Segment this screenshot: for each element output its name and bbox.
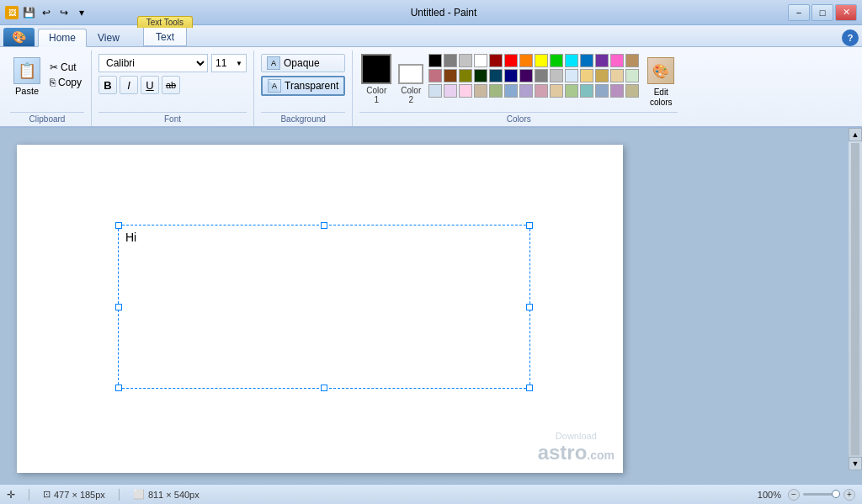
swatch-navy[interactable] <box>504 69 518 82</box>
swatch-brown2[interactable] <box>444 69 457 82</box>
swatch-tan[interactable] <box>625 54 639 67</box>
zoom-thumb[interactable] <box>832 490 840 498</box>
font-size-arrow[interactable]: ▼ <box>236 60 242 67</box>
swatch-white[interactable] <box>474 54 487 67</box>
swatch-mgray[interactable] <box>535 69 548 82</box>
canvas-background[interactable]: Hi Download astro.com <box>0 128 849 484</box>
swatch-gold[interactable] <box>595 69 609 82</box>
font-size-control: 11 ▼ <box>211 54 247 72</box>
swatch-dgreen[interactable] <box>474 69 487 82</box>
swatch-dpurple[interactable] <box>519 69 533 82</box>
handle-tr[interactable] <box>526 222 533 229</box>
scroll-up-btn[interactable]: ▲ <box>849 128 862 141</box>
swatch-orange[interactable] <box>519 54 533 67</box>
text-content[interactable]: Hi <box>119 225 529 249</box>
scroll-thumb-v[interactable] <box>851 143 859 455</box>
restore-btn[interactable]: □ <box>811 4 833 21</box>
zoom-in-btn[interactable]: + <box>843 489 855 501</box>
close-btn[interactable]: ✕ <box>835 4 857 21</box>
swatch-mauve[interactable] <box>535 84 548 98</box>
canvas-size-label: 811 × 540px <box>148 490 200 500</box>
clipboard-label: Clipboard <box>10 112 84 126</box>
swatch-sage[interactable] <box>489 84 503 98</box>
swatch-yellow[interactable] <box>535 54 548 67</box>
cut-btn[interactable]: ✂ Cut <box>47 61 84 74</box>
swatch-wheat[interactable] <box>550 84 563 98</box>
zoom-level-label: 100% <box>758 490 781 500</box>
underline-btn[interactable]: U <box>141 76 159 94</box>
swatch-pink[interactable] <box>610 54 624 67</box>
font-family-select[interactable]: Calibri Arial Times New Roman <box>98 54 208 72</box>
handle-tl[interactable] <box>115 222 122 229</box>
swatch-red[interactable] <box>504 54 518 67</box>
color2-btn[interactable]: Color2 <box>398 54 423 104</box>
swatch-purple[interactable] <box>595 54 609 67</box>
undo-btn[interactable]: ↩ <box>39 5 54 20</box>
save-quick-btn[interactable]: 💾 <box>21 5 36 20</box>
swatch-sand[interactable] <box>474 84 487 98</box>
italic-btn[interactable]: I <box>120 76 138 94</box>
edit-colors-icon: 🎨 <box>647 57 674 84</box>
vertical-scrollbar[interactable]: ▲ ▼ <box>849 128 862 470</box>
handle-tc[interactable] <box>321 222 327 229</box>
color1-btn[interactable]: Color1 <box>359 54 393 104</box>
zoom-slider[interactable]: − + <box>788 490 855 500</box>
tab-view[interactable]: View <box>87 28 130 46</box>
swatch-thistle[interactable] <box>610 84 624 98</box>
paste-btn[interactable]: 📋 Paste <box>10 54 44 99</box>
swatch-mint[interactable] <box>565 84 578 98</box>
opaque-btn[interactable]: A Opaque <box>261 54 345 72</box>
minimize-btn[interactable]: − <box>788 4 810 21</box>
handle-mr[interactable] <box>526 304 533 310</box>
transparent-btn[interactable]: A Transparent <box>261 76 345 96</box>
swatch-lyellow[interactable] <box>580 69 593 82</box>
swatch-dred[interactable] <box>489 54 503 67</box>
customize-qa-btn[interactable]: ▾ <box>74 5 89 20</box>
bold-btn[interactable]: B <box>98 76 117 94</box>
paint-canvas[interactable]: Hi Download astro.com <box>17 145 623 473</box>
strikethrough-btn[interactable]: ab <box>162 76 180 94</box>
swatch-lgreen[interactable] <box>625 69 639 82</box>
ribbon-tabs-bar: 🎨 Home View Text Tools Text ? <box>0 25 862 47</box>
swatch-periwinkle[interactable] <box>519 84 533 98</box>
swatch-cream[interactable] <box>610 69 624 82</box>
font-row2: B I U ab <box>98 76 247 94</box>
handle-ml[interactable] <box>115 304 122 310</box>
swatch-steelblue[interactable] <box>504 84 518 98</box>
swatch-cornflower[interactable] <box>595 84 609 98</box>
swatch-olive[interactable] <box>459 69 472 82</box>
zoom-track[interactable] <box>803 493 840 496</box>
text-selection-box[interactable]: Hi <box>118 225 530 389</box>
zoom-out-btn[interactable]: − <box>788 489 800 501</box>
redo-btn[interactable]: ↪ <box>56 5 72 20</box>
swatch-lgray[interactable] <box>459 54 472 67</box>
edit-colors-btn[interactable]: 🎨 Editcolors <box>644 54 678 111</box>
swatch-lblue[interactable] <box>565 69 578 82</box>
swatch-blue[interactable] <box>580 54 593 67</box>
paint-menu-btn[interactable]: 🎨 <box>3 28 35 46</box>
handle-br[interactable] <box>526 385 533 391</box>
color2-label: Color2 <box>401 86 421 104</box>
handle-bc[interactable] <box>321 385 327 391</box>
tab-home[interactable]: Home <box>38 29 87 47</box>
swatch-teal[interactable] <box>489 69 503 82</box>
swatch-green[interactable] <box>550 54 563 67</box>
scroll-down-btn[interactable]: ▼ <box>849 457 862 470</box>
swatch-sky[interactable] <box>428 84 442 98</box>
copy-btn[interactable]: ⎘ Copy <box>47 76 84 89</box>
swatch-gray[interactable] <box>444 54 457 67</box>
swatch-seafoam[interactable] <box>580 84 593 98</box>
swatch-silver[interactable] <box>550 69 563 82</box>
tab-text[interactable]: Text <box>143 28 187 46</box>
swatch-rose[interactable] <box>428 69 442 82</box>
canvas-inner: Hi Download astro.com <box>0 128 849 484</box>
swatch-khaki[interactable] <box>625 84 639 98</box>
handle-bl[interactable] <box>115 385 122 391</box>
font-size-value[interactable]: 11 <box>216 57 234 69</box>
help-btn[interactable]: ? <box>842 29 859 46</box>
swatch-cyan[interactable] <box>565 54 578 67</box>
swatch-black[interactable] <box>428 54 442 67</box>
swatch-lpink[interactable] <box>459 84 472 98</box>
swatch-lavender[interactable] <box>444 84 457 98</box>
selection-size-section: ⊡ 477 × 185px <box>43 489 105 500</box>
